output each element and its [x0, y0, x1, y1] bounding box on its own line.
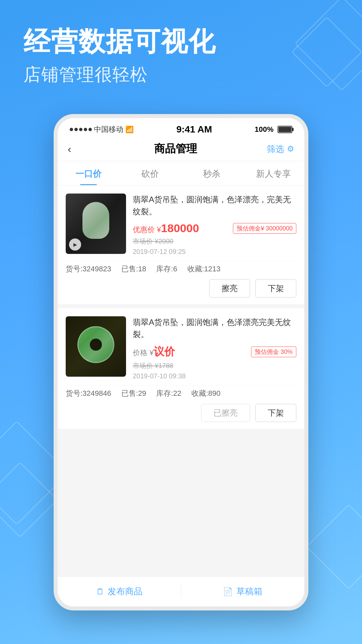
estimate-badge-1: 预估佣金¥ 30000000	[233, 223, 296, 234]
stock-1: 库存:6	[156, 264, 177, 274]
signal-dot-2	[74, 128, 78, 131]
phone-mockup: 中国移动 📶 9:41 AM 100% ‹ 商品管理 筛选 ⚙ 一口价 砍价 秒…	[54, 114, 308, 610]
draft-button[interactable]: 📄 草稿箱	[181, 577, 305, 606]
nav-bar: ‹ 商品管理 筛选 ⚙	[58, 138, 304, 161]
filter-icon: ⚙	[287, 144, 294, 154]
tab-xinren[interactable]: 新人专享	[243, 161, 304, 185]
price-value-2: 议价	[154, 344, 175, 359]
product-date-1: 2019-07-12 09:25	[133, 248, 296, 256]
signal-dot-3	[79, 128, 82, 131]
polish-button-1[interactable]: 擦亮	[209, 279, 250, 298]
tab-yikoujia[interactable]: 一口价	[58, 161, 119, 185]
filter-button[interactable]: 筛选 ⚙	[267, 143, 294, 155]
product-meta-1: 货号:3249823 已售:18 库存:6 收藏:1213	[66, 261, 296, 274]
price-row-1: 优惠价 ¥ 180000 预估佣金¥ 30000000	[133, 222, 296, 235]
carrier-name: 中国移动	[94, 124, 123, 135]
stock-2: 库存:22	[156, 388, 181, 398]
wifi-icon: 📶	[125, 125, 134, 133]
product-info-2: 翡翠A货吊坠，圆润饱满，色泽漂亮完美无纹裂。 价格 ¥ 议价 预估佣金 30% …	[133, 316, 296, 380]
product-meta-2: 货号:3249846 已售:29 库存:22 收藏:890	[66, 385, 296, 398]
product-name-2: 翡翠A货吊坠，圆润饱满，色泽漂亮完美无纹裂。	[133, 316, 296, 340]
product-main-1: ▶ 翡翠A货吊坠，圆润饱满，色泽漂亮，完美无纹裂。 优惠价 ¥ 180000 预…	[66, 194, 296, 256]
nav-title: 商品管理	[154, 142, 197, 156]
bg-decoration-5	[306, 504, 362, 590]
jade-body-1	[82, 202, 109, 239]
header-section: 经营数据可视化 店铺管理很轻松	[23, 27, 339, 87]
publish-icon: 🗒	[96, 587, 104, 596]
status-time: 9:41 AM	[176, 124, 212, 135]
back-button[interactable]: ‹	[68, 143, 84, 155]
product-date-2: 2019-07-10 09:38	[133, 372, 296, 380]
market-price-1: 市场价 ¥2000	[133, 237, 296, 246]
battery-tip	[292, 128, 294, 131]
draft-icon: 📄	[223, 587, 233, 596]
delist-button-2[interactable]: 下架	[255, 404, 296, 422]
draft-label: 草稿箱	[236, 586, 262, 597]
product-card-2: 翡翠A货吊坠，圆润饱满，色泽漂亮完美无纹裂。 价格 ¥ 议价 预估佣金 30% …	[58, 308, 304, 429]
product-card-1: ▶ 翡翠A货吊坠，圆润饱满，色泽漂亮，完美无纹裂。 优惠价 ¥ 180000 预…	[58, 185, 304, 304]
publish-label: 发布商品	[108, 586, 142, 597]
signal-dots	[70, 128, 92, 131]
sold-1: 已售:18	[121, 264, 146, 274]
collect-1: 收藏:1213	[187, 264, 221, 274]
sub-title: 店铺管理很轻松	[23, 63, 339, 87]
publish-button[interactable]: 🗒 发布商品	[58, 577, 181, 606]
signal-dot-1	[70, 128, 73, 131]
product-actions-2: 已擦亮 下架	[66, 404, 296, 422]
price-value-1: 180000	[161, 222, 199, 235]
tab-bar: 一口价 砍价 秒杀 新人专享	[58, 161, 304, 185]
price-label-1: 优惠价 ¥	[133, 225, 161, 235]
price-row-2: 价格 ¥ 议价 预估佣金 30%	[133, 344, 296, 359]
product-info-1: 翡翠A货吊坠，圆润饱满，色泽漂亮，完美无纹裂。 优惠价 ¥ 180000 预估佣…	[133, 194, 296, 256]
polish-button-2[interactable]: 已擦亮	[201, 404, 250, 422]
empty-area	[58, 433, 304, 446]
tab-miaosha[interactable]: 秒杀	[181, 161, 243, 185]
bottom-bar: 🗒 发布商品 📄 草稿箱	[58, 576, 304, 606]
jade-shape-1	[79, 202, 113, 246]
product-main-2: 翡翠A货吊坠，圆润饱满，色泽漂亮完美无纹裂。 价格 ¥ 议价 预估佣金 30% …	[66, 316, 296, 380]
collect-2: 收藏:890	[191, 388, 221, 398]
battery-bar	[276, 126, 292, 133]
battery-outer	[278, 126, 292, 133]
status-left: 中国移动 📶	[70, 124, 134, 135]
signal-dot-4	[84, 128, 87, 131]
item-no-2: 货号:3249846	[66, 388, 111, 398]
battery-percent: 100%	[255, 125, 274, 134]
product-actions-1: 擦亮 下架	[66, 279, 296, 298]
price-label-2: 价格 ¥	[133, 348, 154, 358]
product-image-2[interactable]	[66, 316, 126, 377]
jade-donut-2	[77, 326, 114, 363]
status-bar: 中国移动 📶 9:41 AM 100%	[58, 118, 304, 138]
product-list: ▶ 翡翠A货吊坠，圆润饱满，色泽漂亮，完美无纹裂。 优惠价 ¥ 180000 预…	[58, 185, 304, 600]
sold-2: 已售:29	[121, 388, 146, 398]
estimate-badge-2: 预估佣金 30%	[251, 346, 296, 357]
market-price-2: 市场价 ¥1788	[133, 361, 296, 370]
item-no-1: 货号:3249823	[66, 264, 111, 274]
play-button-1[interactable]: ▶	[69, 238, 81, 251]
signal-dot-5	[88, 128, 92, 131]
tab-shanjia[interactable]: 砍价	[119, 161, 181, 185]
product-image-1[interactable]: ▶	[66, 194, 126, 254]
main-title: 经营数据可视化	[23, 27, 339, 56]
delist-button-1[interactable]: 下架	[255, 279, 296, 298]
product-name-1: 翡翠A货吊坠，圆润饱满，色泽漂亮，完美无纹裂。	[133, 194, 296, 218]
status-right: 100%	[255, 125, 292, 134]
filter-label: 筛选	[267, 143, 284, 155]
battery-inner	[279, 127, 291, 132]
